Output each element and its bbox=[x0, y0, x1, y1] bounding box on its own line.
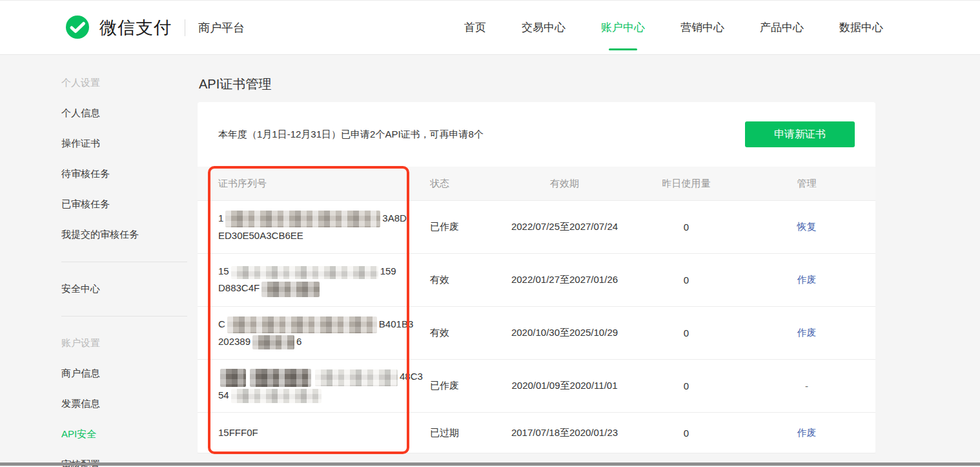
sidebar-section-header-account-settings: 账户设置 bbox=[61, 328, 198, 358]
validity-cell: 2017/07/18至2020/01/23 bbox=[495, 413, 635, 453]
cert-table-body: 13A8DED30E50A3CB6EE已作废2022/07/25至2027/07… bbox=[198, 201, 875, 453]
serial-cell: 48C354 bbox=[198, 360, 411, 413]
serial-line: 15159 bbox=[218, 263, 410, 280]
serial-cell: 15159D883C4F bbox=[198, 254, 411, 307]
serial-text: 15 bbox=[218, 265, 229, 276]
serial-cell: CB401B32023896 bbox=[198, 307, 411, 360]
apply-new-cert-button[interactable]: 申请新证书 bbox=[745, 121, 855, 147]
status-cell: 已作废 bbox=[411, 201, 495, 254]
serial-line: 48C3 bbox=[218, 368, 410, 386]
status-cell: 有效 bbox=[411, 307, 495, 360]
action-link-void[interactable]: 作废 bbox=[797, 274, 817, 285]
serial-line: 54 bbox=[218, 387, 410, 404]
top-header: 微信支付 商户平台 首页交易中心账户中心营销中心产品中心数据中心 bbox=[0, 1, 980, 55]
serial-text: C bbox=[218, 318, 225, 329]
manage-cell: 恢复 bbox=[738, 201, 875, 254]
card-top: 本年度（1月1日-12月31日）已申请2个API证书，可再申请8个 申请新证书 bbox=[198, 102, 875, 167]
usage-cell: 0 bbox=[635, 307, 738, 360]
serial-line: CB401B3 bbox=[218, 316, 410, 333]
redaction-mosaic bbox=[227, 317, 377, 333]
redaction-mosaic bbox=[231, 389, 322, 403]
serial-line: ED30E50A3CB6EE bbox=[218, 227, 410, 244]
serial-text: 6 bbox=[296, 336, 301, 347]
table-row: CB401B32023896有效2020/10/30至2025/10/290作废 bbox=[198, 307, 875, 360]
usage-cell: 0 bbox=[635, 201, 738, 254]
status-cell: 已过期 bbox=[411, 413, 495, 453]
manage-cell: 作废 bbox=[738, 254, 875, 307]
serial-text: 54 bbox=[218, 389, 229, 400]
redaction-mosaic bbox=[315, 369, 398, 386]
cert-table: 证书序列号状态有效期昨日使用量管理 13A8DED30E50A3CB6EE已作废… bbox=[198, 167, 875, 453]
serial-line: 15FFF0F bbox=[218, 424, 410, 441]
serial-text: 3A8D bbox=[382, 213, 407, 223]
sidebar-divider bbox=[61, 262, 187, 262]
nav-item-account-center[interactable]: 账户中心 bbox=[601, 14, 645, 41]
nav-item-product-center[interactable]: 产品中心 bbox=[760, 14, 804, 41]
sidebar: 个人设置个人信息操作证书待审核任务已审核任务我提交的审核任务安全中心账户设置商户… bbox=[0, 55, 198, 467]
action-placeholder: - bbox=[805, 380, 808, 391]
column-header-status: 状态 bbox=[411, 167, 495, 201]
serial-line: 2023896 bbox=[218, 333, 410, 350]
sidebar-item-security-center[interactable]: 安全中心 bbox=[61, 274, 198, 304]
sidebar-item-pending-review-tasks[interactable]: 待审核任务 bbox=[61, 159, 198, 189]
column-header-validity: 有效期 bbox=[495, 167, 635, 201]
nav-item-transaction-center[interactable]: 交易中心 bbox=[522, 14, 566, 41]
usage-cell: 0 bbox=[635, 360, 738, 413]
sidebar-item-personal-info[interactable]: 个人信息 bbox=[61, 98, 198, 129]
status-cell: 已作废 bbox=[411, 360, 495, 413]
serial-text: ED30E50A3CB6EE bbox=[218, 230, 303, 241]
nav-item-home[interactable]: 首页 bbox=[464, 14, 486, 41]
action-link-void[interactable]: 作废 bbox=[797, 427, 817, 438]
usage-cell: 0 bbox=[635, 413, 738, 453]
nav-item-marketing-center[interactable]: 营销中心 bbox=[680, 14, 724, 41]
sidebar-item-my-submitted-review-tasks[interactable]: 我提交的审核任务 bbox=[61, 220, 198, 250]
sidebar-item-invoice-info[interactable]: 发票信息 bbox=[61, 389, 198, 419]
serial-text: 15FFF0F bbox=[218, 427, 258, 438]
sidebar-item-reviewed-tasks[interactable]: 已审核任务 bbox=[61, 189, 198, 220]
serial-line: D883C4F bbox=[218, 280, 410, 296]
column-header-manage: 管理 bbox=[738, 167, 875, 201]
table-row: 48C354已作废2020/01/09至2020/11/010- bbox=[198, 360, 875, 413]
serial-cell: 13A8DED30E50A3CB6EE bbox=[198, 201, 411, 254]
action-link-void[interactable]: 作废 bbox=[797, 327, 817, 338]
serial-text: 48C3 bbox=[400, 371, 423, 382]
sidebar-section-header-personal-settings: 个人设置 bbox=[61, 68, 198, 98]
api-cert-card: 本年度（1月1日-12月31日）已申请2个API证书，可再申请8个 申请新证书 … bbox=[198, 102, 875, 453]
manage-cell: 作废 bbox=[738, 413, 875, 453]
redaction-mosaic bbox=[225, 211, 380, 227]
cert-table-head-row: 证书序列号状态有效期昨日使用量管理 bbox=[198, 167, 875, 201]
portal-name: 商户平台 bbox=[198, 20, 245, 36]
sidebar-divider bbox=[61, 316, 187, 317]
brand-name: 微信支付 bbox=[99, 16, 172, 39]
main-content: API证书管理 本年度（1月1日-12月31日）已申请2个API证书，可再申请8… bbox=[198, 55, 980, 467]
serial-text: 202389 bbox=[218, 336, 250, 347]
table-row: 15FFF0F已过期2017/07/18至2020/01/230作废 bbox=[198, 413, 875, 453]
serial-text: B401B3 bbox=[379, 318, 413, 329]
sidebar-item-operation-certificate[interactable]: 操作证书 bbox=[61, 129, 198, 159]
serial-text: 159 bbox=[380, 265, 396, 276]
redaction-mosaic bbox=[261, 282, 320, 297]
action-link-restore[interactable]: 恢复 bbox=[797, 221, 817, 232]
horizontal-scrollbar[interactable] bbox=[0, 462, 980, 466]
redaction-mosaic bbox=[252, 335, 294, 349]
sidebar-item-api-security[interactable]: API安全 bbox=[61, 419, 198, 450]
redaction-mosaic bbox=[220, 369, 246, 387]
quota-text: 本年度（1月1日-12月31日）已申请2个API证书，可再申请8个 bbox=[218, 129, 484, 141]
manage-cell: - bbox=[738, 360, 875, 413]
page-title: API证书管理 bbox=[199, 75, 980, 93]
serial-line: 13A8D bbox=[218, 210, 410, 227]
status-cell: 有效 bbox=[411, 254, 495, 307]
serial-cell: 15FFF0F bbox=[198, 413, 411, 453]
usage-cell: 0 bbox=[635, 254, 738, 307]
serial-text: D883C4F bbox=[218, 282, 260, 293]
redaction-mosaic bbox=[231, 266, 378, 279]
nav-item-data-center[interactable]: 数据中心 bbox=[839, 14, 883, 41]
column-header-usage: 昨日使用量 bbox=[635, 167, 738, 201]
main-nav: 首页交易中心账户中心营销中心产品中心数据中心 bbox=[429, 14, 883, 41]
validity-cell: 2020/01/09至2020/11/01 bbox=[495, 360, 635, 413]
sidebar-item-merchant-info[interactable]: 商户信息 bbox=[61, 358, 198, 389]
validity-cell: 2020/10/30至2025/10/29 bbox=[495, 307, 635, 360]
manage-cell: 作废 bbox=[738, 307, 875, 360]
header-divider bbox=[185, 19, 185, 36]
validity-cell: 2022/01/27至2027/01/26 bbox=[495, 254, 635, 307]
